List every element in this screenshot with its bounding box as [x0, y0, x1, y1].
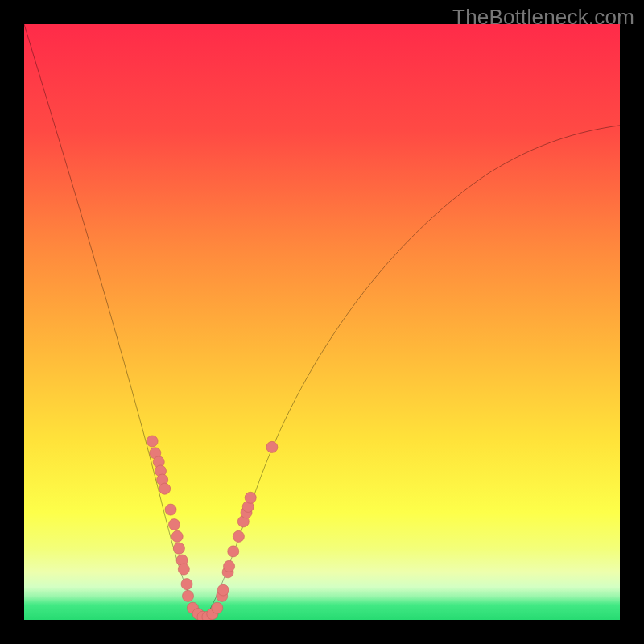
svg-point-9 — [171, 530, 183, 542]
svg-point-13 — [181, 579, 192, 590]
chart-frame: TheBottleneck.com — [0, 0, 644, 644]
svg-point-24 — [224, 560, 235, 572]
svg-point-8 — [168, 519, 180, 530]
svg-point-26 — [233, 530, 244, 542]
svg-point-14 — [182, 590, 193, 601]
svg-point-6 — [159, 483, 171, 494]
plot-area — [24, 24, 620, 620]
svg-point-25 — [228, 546, 239, 557]
svg-point-31 — [266, 441, 278, 452]
scatter-layer — [24, 24, 620, 620]
svg-point-20 — [212, 602, 223, 613]
scatter-points — [147, 436, 278, 620]
svg-point-22 — [217, 584, 229, 596]
svg-point-7 — [165, 504, 176, 515]
svg-point-1 — [147, 436, 158, 447]
watermark-text: TheBottleneck.com — [452, 5, 634, 30]
svg-point-30 — [245, 492, 256, 503]
svg-point-12 — [178, 564, 189, 575]
svg-point-10 — [173, 543, 184, 554]
